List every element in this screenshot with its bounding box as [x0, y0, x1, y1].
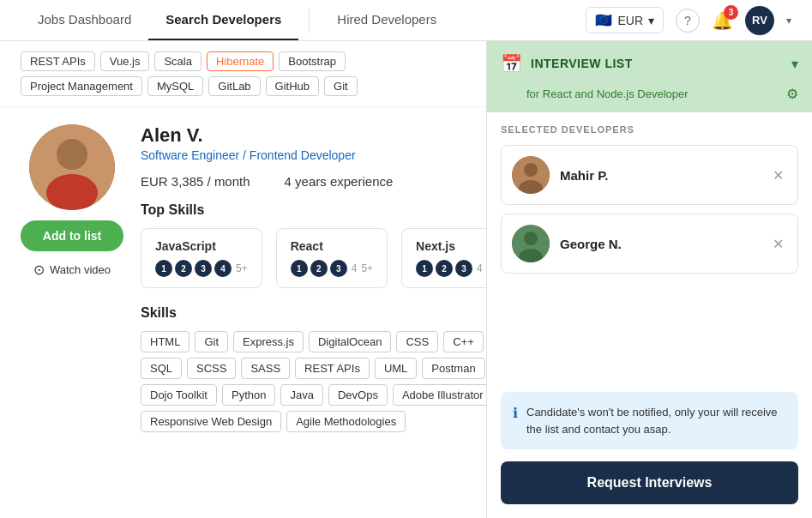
top-skills-list: JavaScript 1 2 3 4 5+ React 1: [141, 228, 486, 288]
skill-tag[interactable]: HTML: [141, 331, 189, 352]
dot-1: 1: [155, 260, 172, 277]
svg-point-5: [524, 163, 538, 177]
tab-hired[interactable]: Hired Developers: [320, 0, 454, 40]
notification-button[interactable]: 🔔 3: [712, 10, 733, 31]
skill-name: Next.js: [416, 239, 483, 253]
dot-1: 1: [291, 260, 308, 277]
skill-tag[interactable]: Agile Methodologies: [286, 411, 406, 432]
developer-title: Software Engineer / Frontend Developer: [141, 148, 486, 162]
dot-extra-5: 5+: [361, 262, 373, 274]
watch-video-link[interactable]: ⊙ Watch video: [33, 262, 111, 278]
dot-3: 3: [330, 260, 347, 277]
dot-extra-4: 4: [352, 262, 358, 274]
filter-tag[interactable]: Hibernate: [207, 51, 274, 71]
nav-tabs: Jobs Dashboard Search Developers Hired D…: [21, 0, 454, 40]
currency-chevron-icon: ▾: [648, 14, 654, 27]
skill-tag[interactable]: SASS: [241, 358, 290, 379]
user-avatar[interactable]: RV: [745, 6, 774, 35]
skill-dots: 1 2 3 4: [416, 260, 483, 277]
request-interviews-button[interactable]: Request Interviews: [501, 461, 798, 504]
skill-tag[interactable]: Responsive Web Design: [141, 411, 281, 432]
skill-tag[interactable]: UML: [375, 358, 417, 379]
dot-2: 2: [175, 260, 192, 277]
skill-tag[interactable]: Git: [195, 331, 228, 352]
flag-icon: 🇪🇺: [595, 12, 612, 28]
skill-card-react: React 1 2 3 4 5+: [276, 228, 388, 288]
play-icon: ⊙: [33, 262, 45, 278]
top-skills-title: Top Skills: [141, 202, 486, 218]
add-to-list-button[interactable]: Add to list: [21, 220, 123, 251]
interview-title: INTERVIEW LIST: [531, 57, 633, 70]
skill-tag[interactable]: Java: [280, 384, 322, 406]
interview-header-left: 📅 INTERVIEW LIST: [501, 53, 633, 74]
svg-point-3: [48, 174, 96, 208]
developer-avatar-image: [29, 124, 115, 210]
user-menu-chevron-icon[interactable]: ▾: [786, 15, 791, 27]
filter-tag[interactable]: GitLab: [208, 76, 260, 96]
selected-developer-george: George N. ✕: [501, 214, 798, 274]
developer-experience: 4 years experience: [285, 174, 394, 189]
george-name: George N.: [560, 237, 759, 251]
tab-jobs[interactable]: Jobs Dashboard: [21, 0, 148, 40]
developer-info: Alen V. Software Engineer / Frontend Dev…: [141, 124, 486, 432]
dot-extra: 4: [477, 262, 483, 274]
filter-tag[interactable]: REST APIs: [21, 51, 95, 71]
filter-tag[interactable]: Scala: [154, 51, 201, 71]
skill-name: React: [291, 239, 373, 253]
skill-tag[interactable]: C++: [443, 331, 484, 352]
selected-developers-section: SELECTED DEVELOPERS Mahir P. ✕: [487, 112, 812, 392]
calendar-icon: 📅: [501, 53, 522, 74]
filter-tag[interactable]: MySQL: [147, 76, 203, 96]
skill-dots: 1 2 3 4 5+: [291, 260, 373, 277]
dot-2: 2: [436, 260, 453, 277]
help-button[interactable]: ?: [676, 9, 700, 33]
skill-tag[interactable]: Postman: [422, 358, 484, 379]
interview-header: 📅 INTERVIEW LIST ▾: [487, 41, 812, 86]
skill-tag[interactable]: DigitalOcean: [309, 331, 391, 352]
svg-point-1: [57, 139, 87, 170]
skill-tag[interactable]: CSS: [396, 331, 438, 352]
selected-developers-label: SELECTED DEVELOPERS: [501, 124, 798, 135]
settings-icon[interactable]: ⚙: [786, 86, 798, 102]
currency-selector[interactable]: 🇪🇺 EUR ▾: [586, 7, 664, 33]
developer-salary: EUR 3,385 / month: [141, 174, 250, 189]
filter-tag[interactable]: Vue.js: [100, 51, 150, 71]
dot-3: 3: [195, 260, 212, 277]
notification-badge: 3: [724, 5, 738, 20]
filter-tag[interactable]: GitHub: [266, 76, 319, 96]
dot-2: 2: [310, 260, 328, 277]
developer-name: Alen V.: [141, 124, 486, 147]
filter-tag[interactable]: Git: [324, 76, 358, 96]
filter-tags-row: REST APIsVue.jsScalaHibernateBootstrapPr…: [0, 41, 486, 107]
main-content: REST APIsVue.jsScalaHibernateBootstrapPr…: [0, 41, 812, 518]
skill-tag[interactable]: DevOps: [328, 384, 388, 406]
info-icon: ℹ: [513, 405, 518, 421]
skill-tag[interactable]: Adobe Illustrator: [393, 384, 486, 406]
filter-tag[interactable]: Bootstrap: [279, 51, 346, 71]
nav-bar: Jobs Dashboard Search Developers Hired D…: [0, 0, 812, 41]
remove-mahir-button[interactable]: ✕: [769, 164, 787, 187]
remove-george-button[interactable]: ✕: [769, 232, 787, 256]
skill-tag[interactable]: Dojo Toolkit: [141, 384, 217, 406]
title-suffix: Frontend Developer: [250, 148, 356, 162]
developer-meta: EUR 3,385 / month 4 years experience: [141, 174, 486, 189]
skills-title: Skills: [141, 305, 486, 321]
developer-avatar: [29, 124, 115, 210]
svg-point-8: [524, 232, 538, 245]
skill-tag[interactable]: SQL: [141, 358, 182, 379]
title-prefix: Software Engineer /: [141, 148, 246, 162]
skill-tag[interactable]: Express.js: [233, 331, 304, 352]
skill-tag[interactable]: REST APIs: [295, 358, 370, 379]
skill-tag[interactable]: SCSS: [187, 358, 236, 379]
tab-search[interactable]: Search Developers: [148, 0, 298, 40]
filter-tag[interactable]: Project Management: [21, 76, 142, 96]
interview-chevron-icon[interactable]: ▾: [791, 56, 798, 72]
interview-panel: 📅 INTERVIEW LIST ▾ for React and Node.js…: [486, 41, 812, 518]
left-panel: REST APIsVue.jsScalaHibernateBootstrapPr…: [0, 41, 486, 518]
interview-subtitle: for React and Node.js Developer ⚙: [487, 86, 812, 112]
selected-developer-mahir: Mahir P. ✕: [501, 145, 798, 205]
skills-section: Skills HTMLGitExpress.jsDigitalOceanCSSC…: [141, 305, 486, 432]
skill-tag[interactable]: Python: [222, 384, 275, 406]
george-avatar: [512, 225, 550, 262]
skill-dots: 1 2 3 4 5+: [155, 260, 248, 277]
